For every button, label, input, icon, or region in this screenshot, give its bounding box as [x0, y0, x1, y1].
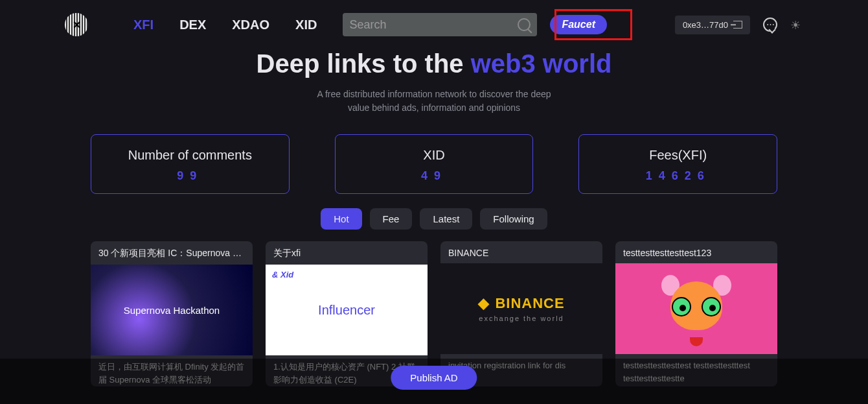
card-image-text: Supernova Hackathon: [124, 305, 220, 316]
nav-xid[interactable]: XID: [295, 18, 317, 32]
card-test[interactable]: testtesttesttesttest123 testtesttesttest…: [615, 241, 777, 386]
main-nav: XFI DEX XDAO XID: [133, 18, 317, 32]
stat-value: 99: [98, 169, 282, 183]
card-title: 30 个新项目亮相 IC：Supernova …: [91, 241, 253, 265]
stat-label: Number of comments: [98, 148, 282, 163]
card-binance[interactable]: BINANCE BINANCE exchange the world invit…: [440, 241, 602, 386]
search-input[interactable]: [349, 18, 518, 32]
hero-sub-line1: A free distributed information network t…: [0, 88, 868, 101]
card-title: 关于xfi: [266, 241, 428, 265]
card-grid: 30 个新项目亮相 IC：Supernova … Supernova Hacka…: [0, 241, 868, 386]
stat-value: 14626: [586, 169, 770, 183]
stat-label: XID: [342, 148, 527, 163]
card-xfi[interactable]: 关于xfi & Xid Influencer 1.认知是用户的核心资产 (NFT…: [266, 241, 428, 386]
card-image: & Xid Influencer: [266, 265, 428, 355]
card-image: BINANCE exchange the world: [440, 263, 602, 354]
theme-toggle-icon[interactable]: [790, 18, 803, 31]
filter-latest[interactable]: Latest: [420, 208, 472, 230]
filter-following[interactable]: Following: [480, 208, 547, 230]
stat-comments: Number of comments 99: [91, 134, 290, 194]
nav-xfi[interactable]: XFI: [133, 18, 154, 32]
filter-hot[interactable]: Hot: [321, 208, 361, 230]
cat-illustration: [657, 270, 735, 348]
card-title: BINANCE: [440, 241, 602, 263]
hero-title-pre: Deep links to the: [257, 49, 471, 78]
wallet-address-text: 0xe3…77d0: [683, 20, 728, 30]
binance-logo-text: BINANCE: [478, 295, 564, 312]
card-desc: testtesttesttesttest testtesttestttest t…: [615, 354, 777, 385]
stats-row: Number of comments 99 XID 49 Fees(XFI) 1…: [0, 134, 868, 194]
nav-xdao[interactable]: XDAO: [232, 18, 269, 32]
search-container: [343, 13, 537, 36]
card-image-text: Influencer: [318, 303, 375, 318]
stat-xid: XID 49: [335, 134, 534, 194]
card-image: [615, 263, 777, 354]
publish-ad-button[interactable]: Publish AD: [391, 366, 477, 390]
wallet-address-button[interactable]: 0xe3…77d0: [675, 16, 750, 34]
card-title: testtesttesttesttest123: [615, 241, 777, 263]
card-image: Supernova Hackathon: [91, 265, 253, 355]
faucet-button[interactable]: Faucet: [550, 15, 607, 34]
card-supernova[interactable]: 30 个新项目亮相 IC：Supernova … Supernova Hacka…: [91, 241, 253, 386]
stat-value: 49: [342, 169, 527, 183]
hero-section: Deep links to the web3 world A free dist…: [0, 49, 868, 115]
search-icon[interactable]: [518, 18, 531, 31]
stat-label: Fees(XFI): [586, 148, 770, 163]
filter-row: Hot Fee Latest Following: [0, 208, 868, 230]
hero-sub-line2: value behind ads, information and opinio…: [0, 101, 868, 115]
hero-title: Deep links to the web3 world: [0, 49, 868, 78]
chat-icon[interactable]: [763, 18, 777, 32]
app-logo[interactable]: [65, 13, 88, 36]
binance-tagline: exchange the world: [479, 315, 564, 322]
stat-fees: Fees(XFI) 14626: [578, 134, 777, 194]
nav-dex[interactable]: DEX: [179, 18, 206, 32]
card-desc: 近日，由互联网计算机 Dfinity 发起的首届 Supernova 全球黑客松…: [91, 355, 253, 386]
disconnect-icon: [733, 21, 742, 29]
filter-fee[interactable]: Fee: [370, 208, 413, 230]
hero-subtitle: A free distributed information network t…: [0, 88, 868, 115]
hero-title-accent: web3 world: [471, 49, 612, 78]
card-image-corner-text: & Xid: [272, 270, 293, 279]
